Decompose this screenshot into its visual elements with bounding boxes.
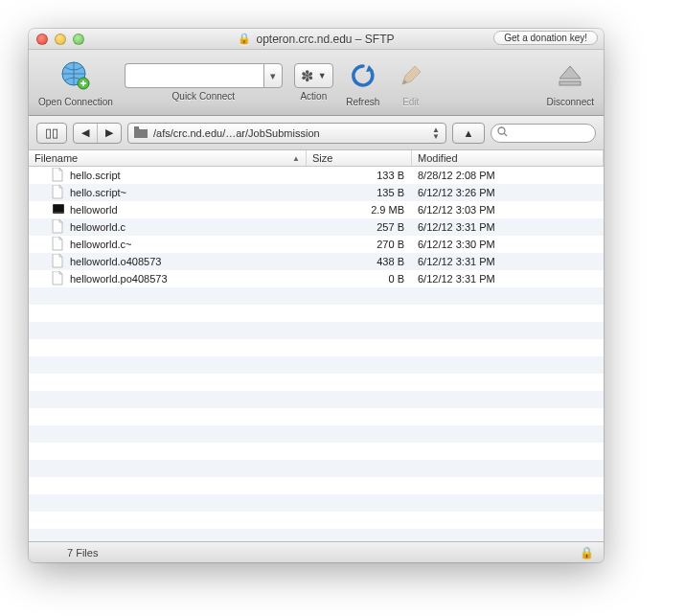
lock-icon: 🔒 — [238, 33, 251, 45]
empty-row — [29, 339, 604, 356]
terminal-icon — [52, 202, 65, 217]
file-row[interactable]: helloworld.c257 B6/12/12 3:31 PM — [29, 218, 604, 236]
lock-icon: 🔒 — [580, 546, 594, 559]
navigation-bar: ▯▯ ◀ ▶ /afs/crc.nd.edu/…ar/JobSubmission… — [29, 116, 604, 150]
column-filename[interactable]: Filename ▲ — [29, 150, 307, 166]
disconnect-button[interactable] — [552, 57, 588, 94]
titlebar: 🔒 opteron.crc.nd.edu – SFTP Get a donati… — [29, 29, 604, 50]
search-input[interactable] — [512, 127, 588, 139]
search-field[interactable] — [491, 124, 596, 143]
refresh-icon — [350, 62, 377, 89]
bookmarks-button[interactable]: ▯▯ — [36, 123, 67, 144]
status-count: 7 Files — [67, 547, 98, 559]
file-icon — [52, 219, 65, 235]
path-dropdown[interactable]: /afs/crc.nd.edu/…ar/JobSubmission ▲▼ — [127, 123, 446, 144]
file-size: 270 B — [307, 239, 412, 250]
file-icon — [52, 168, 65, 183]
sort-asc-icon: ▲ — [292, 154, 300, 163]
quick-connect-menu-button[interactable]: ▾ — [263, 63, 283, 88]
file-size: 0 B — [307, 273, 412, 285]
triangle-left-icon: ◀ — [81, 126, 89, 139]
open-connection-label: Open Connection — [38, 97, 113, 107]
minimize-window-button[interactable] — [55, 34, 66, 45]
empty-row — [29, 287, 604, 305]
back-button[interactable]: ◀ — [74, 124, 98, 143]
file-size: 133 B — [307, 170, 412, 181]
file-listing[interactable]: hello.script133 B8/28/12 2:08 PMhello.sc… — [29, 167, 604, 541]
triangle-right-icon: ▶ — [105, 126, 113, 139]
status-bar: 7 Files 🔒 — [29, 541, 604, 562]
file-icon — [52, 271, 65, 286]
column-header: Filename ▲ Size Modified — [29, 150, 604, 167]
file-size: 135 B — [307, 187, 412, 198]
empty-row — [29, 322, 604, 339]
open-connection-button[interactable] — [57, 57, 94, 94]
empty-row — [29, 408, 604, 425]
svg-rect-2 — [559, 81, 581, 85]
quick-connect-input[interactable] — [125, 63, 263, 88]
file-row[interactable]: helloworld.po4085730 B6/12/12 3:31 PM — [29, 270, 604, 287]
eject-icon — [556, 63, 584, 88]
file-icon — [52, 237, 65, 252]
pencil-icon — [399, 63, 423, 88]
gear-icon: ✽ — [301, 67, 313, 85]
file-modified: 6/12/12 3:30 PM — [412, 239, 604, 250]
file-name: helloworld.o408573 — [70, 256, 161, 267]
empty-row — [29, 356, 604, 374]
app-window: 🔒 opteron.crc.nd.edu – SFTP Get a donati… — [29, 29, 604, 562]
file-modified: 6/12/12 3:31 PM — [412, 221, 604, 233]
file-icon — [52, 254, 65, 269]
file-row[interactable]: helloworld.c~270 B6/12/12 3:30 PM — [29, 236, 604, 253]
disconnect-label: Disconnect — [547, 97, 594, 107]
column-modified[interactable]: Modified — [412, 150, 604, 166]
empty-row — [29, 529, 604, 541]
file-row[interactable]: helloworld2.9 MB6/12/12 3:03 PM — [29, 201, 604, 218]
file-name: hello.script — [70, 170, 121, 181]
action-button[interactable]: ✽ ▼ — [294, 63, 333, 88]
file-name: helloworld.po408573 — [70, 273, 168, 285]
file-modified: 6/12/12 3:26 PM — [412, 187, 604, 198]
go-up-button[interactable]: ▲ — [452, 123, 485, 144]
file-icon — [52, 185, 65, 200]
file-size: 257 B — [307, 221, 412, 233]
close-window-button[interactable] — [36, 34, 48, 45]
file-name: hello.script~ — [70, 187, 126, 198]
donation-button[interactable]: Get a donation key! — [493, 31, 598, 45]
empty-row — [29, 494, 604, 512]
column-size[interactable]: Size — [307, 150, 412, 166]
file-row[interactable]: helloworld.o408573438 B6/12/12 3:31 PM — [29, 253, 604, 270]
chevron-down-icon: ▼ — [318, 71, 327, 80]
empty-row — [29, 391, 604, 408]
empty-row — [29, 460, 604, 477]
updown-icon: ▲▼ — [432, 126, 440, 140]
svg-rect-7 — [54, 205, 63, 212]
edit-label: Edit — [402, 97, 419, 107]
zoom-window-button[interactable] — [73, 34, 84, 45]
file-row[interactable]: hello.script133 B8/28/12 2:08 PM — [29, 167, 604, 184]
traffic-lights — [36, 34, 84, 45]
book-icon: ▯▯ — [45, 125, 58, 140]
file-size: 438 B — [307, 256, 412, 267]
file-name: helloworld.c~ — [70, 239, 132, 250]
svg-point-4 — [498, 127, 505, 134]
edit-button[interactable] — [393, 57, 429, 94]
file-row[interactable]: hello.script~135 B6/12/12 3:26 PM — [29, 184, 604, 201]
refresh-label: Refresh — [346, 97, 379, 107]
forward-button[interactable]: ▶ — [98, 124, 121, 143]
window-title-text: opteron.crc.nd.edu – SFTP — [256, 33, 394, 46]
file-size: 2.9 MB — [307, 204, 412, 216]
file-name: helloworld — [70, 204, 118, 216]
empty-row — [29, 443, 604, 460]
svg-line-5 — [504, 133, 507, 136]
action-label: Action — [300, 91, 327, 102]
svg-rect-3 — [134, 126, 139, 128]
folder-icon — [134, 126, 148, 140]
refresh-button[interactable] — [345, 57, 381, 94]
empty-row — [29, 305, 604, 322]
empty-row — [29, 425, 604, 443]
file-name: helloworld.c — [70, 221, 126, 233]
file-modified: 6/12/12 3:03 PM — [412, 204, 604, 216]
triangle-up-icon: ▲ — [464, 127, 474, 139]
chevron-down-icon: ▾ — [270, 70, 276, 82]
empty-row — [29, 477, 604, 494]
